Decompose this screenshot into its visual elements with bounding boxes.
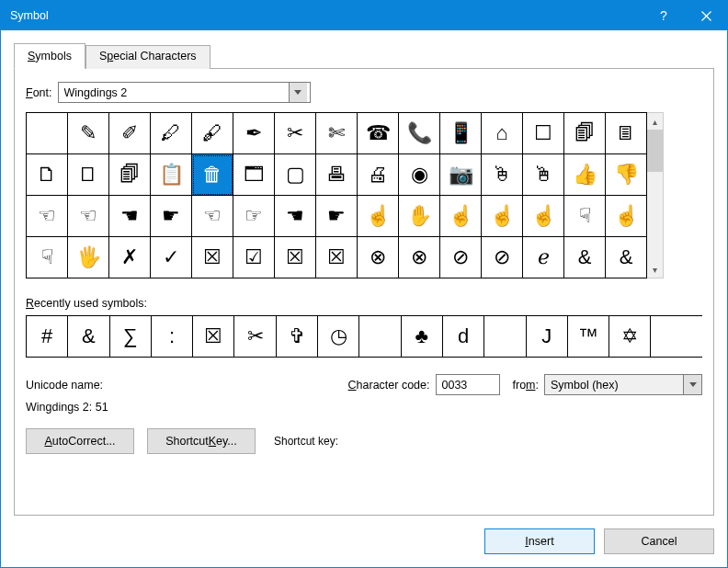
recent-symbol-cell[interactable]: # <box>27 316 68 357</box>
scroll-down-icon[interactable]: ▾ <box>647 261 663 278</box>
recent-symbol-cell[interactable]: : <box>152 316 193 357</box>
symbol-cell[interactable]: ☝ <box>523 196 564 237</box>
recent-symbol-cell[interactable]: ✡ <box>609 316 651 357</box>
symbol-cell[interactable]: 🗐 <box>109 154 151 196</box>
symbol-cell[interactable]: & <box>564 237 606 278</box>
close-button[interactable] <box>685 1 727 30</box>
symbol-cell[interactable]: 🗔 <box>233 154 275 196</box>
symbol-cell[interactable]: 👍 <box>564 154 606 196</box>
recent-symbol-cell[interactable]: ∑ <box>110 316 152 357</box>
character-code-input[interactable] <box>436 374 500 395</box>
symbol-cell[interactable]: ▢ <box>275 154 316 196</box>
symbol-cell[interactable]: 🖊 <box>151 113 192 154</box>
chevron-down-icon[interactable] <box>289 83 307 102</box>
symbol-cell[interactable]: ✎ <box>68 113 109 154</box>
font-input[interactable] <box>59 83 289 102</box>
symbol-cell[interactable]: 📋 <box>151 154 192 196</box>
symbol-cell[interactable]: ☜ <box>68 196 109 237</box>
insert-button[interactable]: Insert <box>484 528 595 554</box>
recent-symbol-cell[interactable]: J <box>527 316 568 357</box>
symbol-cell[interactable]: ☒ <box>275 237 316 278</box>
symbol-cell[interactable]: ☝ <box>440 196 482 237</box>
from-combobox[interactable] <box>544 374 702 395</box>
symbol-cell[interactable]: ☛ <box>151 196 192 237</box>
recent-symbol-cell[interactable]: ✞ <box>277 316 318 357</box>
symbol-cell[interactable]: 👎 <box>606 154 647 196</box>
symbol-cell[interactable]: ✗ <box>109 237 151 278</box>
symbol-cell[interactable]: ☞ <box>233 196 275 237</box>
symbol-cell[interactable]: ℯ <box>523 237 564 278</box>
scroll-thumb[interactable] <box>647 130 663 172</box>
symbol-cell[interactable]: ⌂ <box>482 113 523 154</box>
recent-symbol-cell[interactable]: ☒ <box>193 316 234 357</box>
symbol-cell[interactable]: 🖱 <box>523 154 564 196</box>
symbol-cell[interactable]: ☝ <box>482 196 523 237</box>
symbol-cell[interactable]: ⊗ <box>399 237 440 278</box>
symbol-cell[interactable]: ☚ <box>109 196 151 237</box>
tab-symbols[interactable]: Symbols <box>14 43 85 69</box>
symbol-cell[interactable]: 🖶 <box>316 154 358 196</box>
symbol-cell[interactable]: ☟ <box>27 237 68 278</box>
symbol-grid[interactable]: ✎✐🖊🖋✒✂✄☎📞📱⌂☐🗐🗏🗋🗌🗐📋🗑🗔▢🖶🖨◉📷🖰🖱👍👎☜☜☚☛☜☞☚☛☝✋☝… <box>26 112 647 278</box>
recent-symbols-grid[interactable]: #&∑:☒✂✞◷♣dJ™✡ <box>26 315 702 358</box>
recent-symbol-cell[interactable]: ◷ <box>318 316 359 357</box>
symbol-cell[interactable]: 🖐 <box>68 237 109 278</box>
symbol-cell[interactable]: ⊘ <box>482 237 523 278</box>
symbol-cell[interactable]: ☜ <box>27 196 68 237</box>
symbol-cell[interactable]: ⊗ <box>358 237 399 278</box>
symbol-cell[interactable]: 📞 <box>399 113 440 154</box>
symbol-cell[interactable]: ☚ <box>275 196 316 237</box>
symbol-cell[interactable]: 🗐 <box>564 113 606 154</box>
symbol-cell[interactable]: ✂ <box>275 113 316 154</box>
symbol-cell[interactable]: 📷 <box>440 154 482 196</box>
symbol-cell[interactable]: ☝ <box>358 196 399 237</box>
dialog-footer: Insert Cancel <box>1 516 727 567</box>
symbol-cell[interactable]: 🗏 <box>606 113 647 154</box>
symbol-cell[interactable]: ☒ <box>316 237 358 278</box>
symbol-cell[interactable]: ☎ <box>358 113 399 154</box>
recent-symbol-cell[interactable]: ✂ <box>234 316 276 357</box>
symbol-cell[interactable]: ☛ <box>316 196 358 237</box>
symbol-cell[interactable]: 🗑 <box>192 154 233 196</box>
recent-symbol-cell[interactable]: & <box>68 316 109 357</box>
font-combobox[interactable] <box>58 82 311 103</box>
symbol-cell[interactable]: 🗋 <box>27 154 68 196</box>
tab-strip: Symbols Special Characters <box>14 43 714 69</box>
symbol-cell[interactable]: 🖋 <box>192 113 233 154</box>
scroll-up-icon[interactable]: ▴ <box>647 113 663 130</box>
symbol-cell[interactable]: & <box>606 237 647 278</box>
grid-scrollbar[interactable]: ▴ ▾ <box>647 112 664 278</box>
recent-symbol-cell[interactable] <box>359 316 401 357</box>
symbol-cell[interactable]: ☐ <box>523 113 564 154</box>
symbol-cell[interactable]: 🖨 <box>358 154 399 196</box>
symbol-cell[interactable]: 🖰 <box>482 154 523 196</box>
recent-symbol-cell[interactable]: ♣ <box>402 316 443 357</box>
symbol-cell[interactable]: ✓ <box>151 237 192 278</box>
help-button[interactable]: ? <box>643 1 685 30</box>
chevron-down-icon[interactable] <box>683 375 701 394</box>
symbol-cell[interactable]: ✐ <box>109 113 151 154</box>
symbol-cell[interactable]: ✒ <box>233 113 275 154</box>
meta-row-2: Wingdings 2: 51 <box>26 401 702 414</box>
symbol-cell[interactable]: 🗌 <box>68 154 109 196</box>
symbol-cell[interactable]: ✋ <box>399 196 440 237</box>
recent-symbol-cell[interactable]: d <box>443 316 484 357</box>
symbol-cell[interactable]: ☜ <box>192 196 233 237</box>
autocorrect-button[interactable]: AutoCorrect... <box>26 428 134 454</box>
recent-symbol-cell[interactable] <box>484 316 526 357</box>
symbol-cell[interactable]: ⊘ <box>440 237 482 278</box>
recent-symbol-cell[interactable]: ™ <box>568 316 609 357</box>
symbol-cell[interactable]: ✄ <box>316 113 358 154</box>
from-input[interactable] <box>545 375 683 394</box>
shortcut-key-button[interactable]: Shortcut Key... <box>147 428 256 454</box>
symbol-cell[interactable] <box>27 113 68 154</box>
symbol-cell[interactable]: ◉ <box>399 154 440 196</box>
symbol-cell[interactable]: ☟ <box>564 196 606 237</box>
symbol-cell[interactable]: 📱 <box>440 113 482 154</box>
symbol-cell[interactable]: ☒ <box>192 237 233 278</box>
scroll-track[interactable] <box>647 172 663 261</box>
cancel-button[interactable]: Cancel <box>604 528 714 554</box>
tab-special-characters[interactable]: Special Characters <box>85 45 210 69</box>
symbol-cell[interactable]: ☑ <box>233 237 275 278</box>
symbol-cell[interactable]: ☝ <box>606 196 647 237</box>
